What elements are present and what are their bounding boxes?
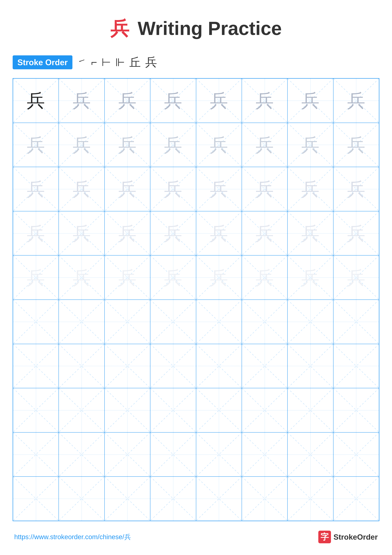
grid-cell[interactable] <box>150 300 196 344</box>
grid-cell[interactable]: 兵 <box>105 167 150 211</box>
grid-cell[interactable] <box>196 388 242 432</box>
stroke-order-badge: Stroke Order <box>13 55 72 69</box>
grid-cell[interactable] <box>13 388 59 432</box>
grid-cell[interactable]: 兵 <box>13 167 59 211</box>
grid-cell[interactable]: 兵 <box>59 167 104 211</box>
grid-cell[interactable] <box>59 432 104 477</box>
grid-cell[interactable]: 兵 <box>105 123 150 167</box>
practice-char: 兵 <box>73 224 91 242</box>
grid-cell[interactable]: 兵 <box>196 123 242 167</box>
grid-cell[interactable]: 兵 <box>196 167 242 211</box>
grid-cell[interactable]: 兵 <box>105 79 150 123</box>
grid-cell[interactable] <box>59 388 104 432</box>
practice-char: 兵 <box>210 136 228 154</box>
grid-cell[interactable]: 兵 <box>196 211 242 256</box>
grid-cell[interactable] <box>242 432 287 477</box>
grid-cell[interactable]: 兵 <box>242 123 287 167</box>
grid-cell[interactable] <box>333 344 379 388</box>
grid-cell[interactable]: 兵 <box>105 211 150 256</box>
grid-cell[interactable] <box>196 300 242 344</box>
grid-cell[interactable] <box>287 432 333 477</box>
grid-cell[interactable]: 兵 <box>287 123 333 167</box>
grid-cell[interactable] <box>333 300 379 344</box>
practice-char: 兵 <box>118 224 136 242</box>
grid-cell[interactable]: 兵 <box>150 211 196 256</box>
grid-cell[interactable]: 兵 <box>242 255 287 300</box>
grid-cell[interactable]: 兵 <box>333 123 379 167</box>
grid-cell[interactable]: 兵 <box>242 79 287 123</box>
practice-char: 兵 <box>301 269 319 287</box>
grid-cell[interactable]: 兵 <box>287 211 333 256</box>
grid-cell[interactable] <box>287 300 333 344</box>
grid-cell[interactable]: 兵 <box>333 211 379 256</box>
practice-char: 兵 <box>256 91 274 110</box>
grid-cell[interactable] <box>287 388 333 432</box>
practice-char: 兵 <box>27 91 45 110</box>
grid-cell[interactable] <box>333 388 379 432</box>
practice-char: 兵 <box>210 224 228 242</box>
grid-cell[interactable]: 兵 <box>150 255 196 300</box>
grid-cell[interactable] <box>287 476 333 521</box>
grid-cell[interactable]: 兵 <box>196 255 242 300</box>
grid-cell[interactable]: 兵 <box>242 167 287 211</box>
grid-cell[interactable] <box>150 388 196 432</box>
practice-char: 兵 <box>301 91 319 110</box>
grid-cell[interactable]: 兵 <box>13 123 59 167</box>
practice-char: 兵 <box>347 180 365 198</box>
grid-cell[interactable]: 兵 <box>150 123 196 167</box>
grid-cell[interactable] <box>13 476 59 521</box>
grid-cell[interactable]: 兵 <box>333 255 379 300</box>
practice-char: 兵 <box>118 180 136 198</box>
grid-cell[interactable] <box>242 388 287 432</box>
grid-cell[interactable] <box>105 344 150 388</box>
grid-cell[interactable] <box>242 476 287 521</box>
grid-cell[interactable]: 兵 <box>287 79 333 123</box>
grid-cell[interactable] <box>196 432 242 477</box>
grid-cell[interactable] <box>105 300 150 344</box>
grid-cell[interactable]: 兵 <box>13 255 59 300</box>
grid-cell[interactable] <box>333 432 379 477</box>
grid-cell[interactable]: 兵 <box>13 211 59 256</box>
grid-cell[interactable]: 兵 <box>13 79 59 123</box>
grid-cell[interactable]: 兵 <box>105 255 150 300</box>
grid-cell[interactable]: 兵 <box>59 123 104 167</box>
grid-cell[interactable]: 兵 <box>59 255 104 300</box>
grid-cell[interactable] <box>13 432 59 477</box>
grid-cell[interactable] <box>333 476 379 521</box>
grid-cell[interactable]: 兵 <box>333 79 379 123</box>
practice-char: 兵 <box>73 91 91 110</box>
grid-cell[interactable] <box>13 344 59 388</box>
grid-cell[interactable]: 兵 <box>287 255 333 300</box>
grid-cell[interactable]: 兵 <box>287 167 333 211</box>
grid-cell[interactable] <box>287 344 333 388</box>
grid-cell[interactable] <box>59 344 104 388</box>
grid-cell[interactable] <box>105 388 150 432</box>
grid-cell[interactable] <box>150 344 196 388</box>
grid-cell[interactable] <box>242 344 287 388</box>
grid-cell[interactable] <box>59 476 104 521</box>
practice-char: 兵 <box>347 224 365 242</box>
practice-char: 兵 <box>27 180 45 198</box>
grid-cell[interactable] <box>59 300 104 344</box>
logo-icon: 字 <box>318 531 331 543</box>
grid-cell[interactable]: 兵 <box>196 79 242 123</box>
grid-cell[interactable]: 兵 <box>333 167 379 211</box>
grid-cell[interactable] <box>105 432 150 477</box>
grid-cell[interactable] <box>13 300 59 344</box>
grid-cell[interactable]: 兵 <box>242 211 287 256</box>
footer-url[interactable]: https://www.strokeorder.com/chinese/兵 <box>14 533 131 541</box>
grid-cell[interactable] <box>150 476 196 521</box>
practice-char: 兵 <box>164 180 182 198</box>
grid-cell[interactable] <box>196 476 242 521</box>
grid-cell[interactable] <box>150 432 196 477</box>
grid-cell[interactable]: 兵 <box>59 79 104 123</box>
grid-cell[interactable]: 兵 <box>59 211 104 256</box>
practice-char: 兵 <box>347 136 365 154</box>
grid-cell[interactable] <box>196 344 242 388</box>
grid-cell[interactable]: 兵 <box>150 167 196 211</box>
grid-cell[interactable]: 兵 <box>150 79 196 123</box>
grid-cell[interactable] <box>242 300 287 344</box>
grid-cell[interactable] <box>105 476 150 521</box>
practice-char: 兵 <box>164 269 182 287</box>
practice-char: 兵 <box>256 224 274 242</box>
